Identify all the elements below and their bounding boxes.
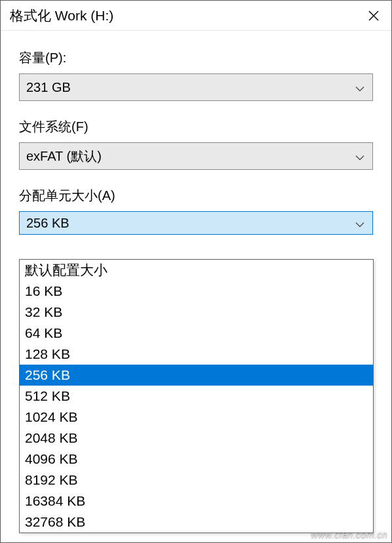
filesystem-combo[interactable]: exFAT (默认) bbox=[19, 142, 373, 170]
allocation-dropdown[interactable]: 默认配置大小16 KB32 KB64 KB128 KB256 KB512 KB1… bbox=[19, 259, 374, 533]
allocation-option[interactable]: 1024 KB bbox=[20, 407, 373, 428]
allocation-option[interactable]: 64 KB bbox=[20, 323, 373, 344]
capacity-value: 231 GB bbox=[26, 80, 71, 95]
allocation-option[interactable]: 32 KB bbox=[20, 302, 373, 323]
titlebar: 格式化 Work (H:) bbox=[1, 1, 391, 31]
chevron-down-icon bbox=[355, 80, 364, 95]
allocation-option[interactable]: 2048 KB bbox=[20, 428, 373, 449]
capacity-label: 容量(P): bbox=[19, 49, 373, 67]
chevron-down-icon bbox=[355, 149, 364, 164]
allocation-option[interactable]: 4096 KB bbox=[20, 449, 373, 470]
window-title: 格式化 Work (H:) bbox=[10, 7, 113, 25]
allocation-option[interactable]: 512 KB bbox=[20, 386, 373, 407]
allocation-value: 256 KB bbox=[26, 216, 69, 231]
chevron-down-icon bbox=[355, 216, 364, 231]
allocation-combo[interactable]: 256 KB bbox=[19, 211, 373, 235]
allocation-option[interactable]: 8192 KB bbox=[20, 470, 373, 491]
allocation-option[interactable]: 256 KB bbox=[20, 365, 373, 386]
filesystem-value: exFAT (默认) bbox=[26, 148, 102, 165]
allocation-option[interactable]: 16 KB bbox=[20, 281, 373, 302]
allocation-option[interactable]: 16384 KB bbox=[20, 491, 373, 512]
allocation-label: 分配单元大小(A) bbox=[19, 187, 373, 205]
capacity-combo[interactable]: 231 GB bbox=[19, 73, 373, 101]
filesystem-label: 文件系统(F) bbox=[19, 118, 373, 136]
close-icon bbox=[368, 10, 380, 22]
content-area: 容量(P): 231 GB 文件系统(F) exFAT (默认) 分配单元大小(… bbox=[1, 31, 391, 235]
allocation-option[interactable]: 128 KB bbox=[20, 344, 373, 365]
allocation-option[interactable]: 默认配置大小 bbox=[20, 260, 373, 281]
format-dialog: 格式化 Work (H:) 容量(P): 231 GB 文件系统(F) exFA… bbox=[0, 0, 392, 543]
allocation-option[interactable]: 32768 KB bbox=[20, 512, 373, 533]
close-button[interactable] bbox=[364, 6, 383, 26]
